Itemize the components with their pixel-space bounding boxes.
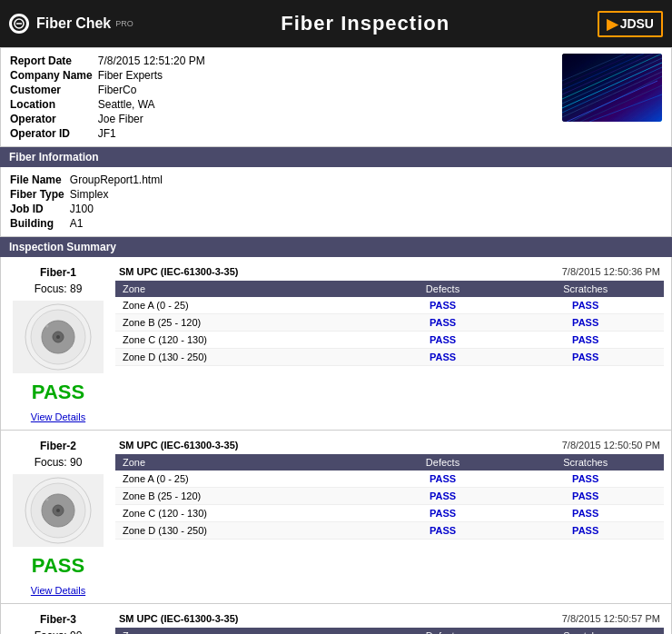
fiber-info-row: Fiber TypeSimplex <box>10 187 168 202</box>
fiber-spec: SM UPC (IEC-61300-3-35) <box>119 440 238 451</box>
fiber-timestamp: 7/8/2015 12:50:36 PM <box>562 266 660 277</box>
fiber-info-value: A1 <box>70 216 168 231</box>
fiber-name-focus-3: Fiber-3 Focus: 90 <box>35 611 83 634</box>
fiber-image-svg <box>562 54 662 122</box>
zone-name: Zone D (130 - 250) <box>115 349 379 366</box>
zone-name: Zone C (120 - 130) <box>115 505 379 522</box>
fiber-detail-header-1: SM UPC (IEC-61300-3-35) 7/8/2015 12:50:3… <box>115 264 664 279</box>
zone-row: Zone D (130 - 250) PASS PASS <box>115 349 664 366</box>
report-info-row: OperatorJoe Fiber <box>10 112 211 126</box>
report-info-row: LocationSeattle, WA <box>10 97 211 112</box>
fiber-info-value: J100 <box>70 202 168 216</box>
zone-scratches: PASS <box>507 332 664 349</box>
fiber-detail-2: SM UPC (IEC-61300-3-35) 7/8/2015 12:50:5… <box>115 438 664 540</box>
scratches-col-header: Scratches <box>507 628 664 634</box>
zone-table-header: Zone Defects Scratches <box>115 454 664 471</box>
inspection-summary-header: Inspection Summary <box>0 237 672 257</box>
zone-scratches: PASS <box>507 314 664 332</box>
svg-point-21 <box>56 335 60 339</box>
report-field-value: Fiber Experts <box>98 68 211 83</box>
svg-point-22 <box>46 325 49 328</box>
report-field-label: Operator <box>10 112 98 126</box>
svg-point-30 <box>46 499 49 501</box>
fiber-detail-header-2: SM UPC (IEC-61300-3-35) 7/8/2015 12:50:5… <box>115 438 664 452</box>
fiber-info-row: BuildingA1 <box>10 216 168 231</box>
fiber-info-label: Job ID <box>10 202 70 216</box>
zone-row: Zone A (0 - 25) PASS PASS <box>115 471 664 488</box>
zone-row: Zone D (130 - 250) PASS PASS <box>115 522 664 540</box>
logo-chek-text: Chek <box>75 15 111 32</box>
fiber-row-1: Fiber-1 Focus: 89 <box>1 257 671 431</box>
zone-name: Zone A (0 - 25) <box>115 297 379 314</box>
focus-value: 90 <box>70 456 82 469</box>
zone-table-2: Zone Defects Scratches Zone A (0 - 25) P… <box>115 454 664 540</box>
zone-col-header: Zone <box>115 628 379 634</box>
zone-name: Zone B (25 - 120) <box>115 314 379 332</box>
fiber-row-2: Fiber-2 Focus: 90 <box>1 431 671 604</box>
fiber-info-row: Job IDJ100 <box>10 202 168 216</box>
zone-defects: PASS <box>379 522 508 540</box>
fiber-name: Fiber-2 <box>40 440 76 452</box>
defects-col-header: Defects <box>379 628 508 634</box>
zone-col-header: Zone <box>115 454 379 471</box>
fiber-info-value: GroupReport1.html <box>70 173 168 187</box>
focus-label: Focus: <box>35 456 67 469</box>
zone-defects: PASS <box>379 349 508 366</box>
zone-table-1: Zone Defects Scratches Zone A (0 - 25) P… <box>115 281 664 366</box>
pass-label-2: PASS <box>32 554 84 578</box>
fiber-circle-image <box>13 474 104 547</box>
zone-row: Zone B (25 - 120) PASS PASS <box>115 314 664 332</box>
jdsu-text: JDSU <box>620 16 654 31</box>
fiber-info-value: Simplex <box>70 187 168 202</box>
zone-defects: PASS <box>379 332 508 349</box>
fiber-spec: SM UPC (IEC-61300-3-35) <box>119 613 238 624</box>
zone-row: Zone C (120 - 130) PASS PASS <box>115 505 664 522</box>
fiber-info-label: Building <box>10 216 70 231</box>
report-field-label: Operator ID <box>10 126 98 141</box>
report-info-row: Operator IDJF1 <box>10 126 211 141</box>
fiber-info-label: File Name <box>10 173 70 187</box>
zone-scratches: PASS <box>507 522 664 540</box>
focus-label: Focus: <box>35 629 67 634</box>
report-field-value: JF1 <box>98 126 211 141</box>
report-field-value: Seattle, WA <box>98 97 211 112</box>
zone-row: Zone A (0 - 25) PASS PASS <box>115 297 664 314</box>
fiber-circle-image <box>13 301 104 373</box>
fiber-name-focus-2: Fiber-2 Focus: 90 <box>35 438 83 471</box>
fiber-info-section: File NameGroupReport1.htmlFiber TypeSimp… <box>0 167 672 237</box>
view-details-link-1[interactable]: View Details <box>31 411 85 422</box>
report-info-section: Report Date7/8/2015 12:51:20 PMCompany N… <box>0 47 672 147</box>
zone-table-header: Zone Defects Scratches <box>115 628 664 634</box>
pass-label-1: PASS <box>32 381 84 404</box>
report-field-label: Location <box>10 97 98 112</box>
zone-defects: PASS <box>379 488 508 505</box>
zone-defects: PASS <box>379 314 508 332</box>
fiber-timestamp: 7/8/2015 12:50:50 PM <box>562 440 660 451</box>
focus-value: 90 <box>70 629 82 634</box>
zone-name: Zone A (0 - 25) <box>115 471 379 488</box>
report-field-value: FiberCo <box>98 83 211 97</box>
svg-point-29 <box>56 509 60 512</box>
zone-name: Zone D (130 - 250) <box>115 522 379 540</box>
fiber-timestamp: 7/8/2015 12:50:57 PM <box>562 613 660 624</box>
app-header: FiberChekPRO Fiber Inspection ▶ JDSU <box>0 0 672 47</box>
zone-scratches: PASS <box>507 488 664 505</box>
report-field-value: 7/8/2015 12:51:20 PM <box>98 54 211 68</box>
fiber-image-cell-2: Fiber-2 Focus: 90 <box>8 438 108 596</box>
zone-scratches: PASS <box>507 471 664 488</box>
zone-table-header: Zone Defects Scratches <box>115 281 664 297</box>
zone-name: Zone C (120 - 130) <box>115 332 379 349</box>
zone-row: Zone C (120 - 130) PASS PASS <box>115 332 664 349</box>
scratches-col-header: Scratches <box>507 454 664 471</box>
focus-value: 89 <box>70 282 82 295</box>
logo-fiber-text: Fiber <box>36 15 72 32</box>
defects-col-header: Defects <box>379 281 508 297</box>
view-details-link-2[interactable]: View Details <box>31 585 85 596</box>
fiber-image <box>562 54 662 122</box>
fiber-spec: SM UPC (IEC-61300-3-35) <box>119 266 238 277</box>
report-field-label: Customer <box>10 83 98 97</box>
report-info-row: Company NameFiber Experts <box>10 68 211 83</box>
logo-pro-text: PRO <box>115 19 133 28</box>
report-info-row: CustomerFiberCo <box>10 83 211 97</box>
fiber-info-row: File NameGroupReport1.html <box>10 173 168 187</box>
